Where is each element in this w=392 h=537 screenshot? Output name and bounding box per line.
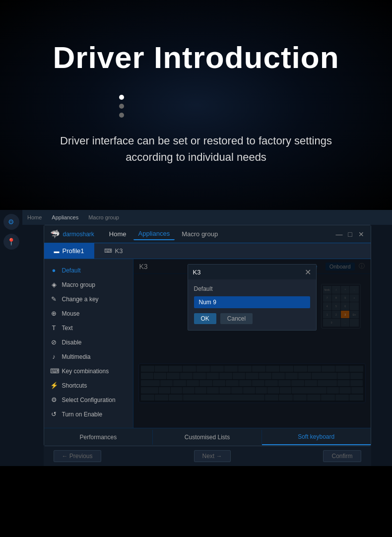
dot-1[interactable] — [119, 95, 124, 100]
sidebar-label-turn-on: Turn on Enable — [62, 411, 103, 418]
content-area: ● Default ◈ Macro group ✎ Change a key ⊕… — [44, 259, 371, 428]
modal-dialog: K3 ✕ Default OK Cancel — [188, 264, 317, 331]
sidebar-item-select-config[interactable]: ⚙ Select Configuration — [44, 393, 133, 407]
key-combinations-icon: ⌨ — [50, 367, 58, 375]
modal-body: Default OK Cancel — [188, 279, 316, 330]
modal-title: K3 — [193, 268, 201, 276]
default-icon: ● — [50, 267, 58, 274]
maximize-button[interactable]: □ — [347, 231, 354, 238]
tab-profile-label: Profile1 — [63, 247, 84, 255]
modal-label: Default — [194, 285, 310, 292]
bg-bar-appliances: Appliances — [52, 214, 78, 220]
main-panel: K3 APP mode Onboard ⓘ K3 ✕ — [133, 259, 371, 428]
macro-icon: ◈ — [50, 281, 58, 288]
modal-buttons: OK Cancel — [194, 313, 310, 324]
modal-title-bar: K3 ✕ — [188, 265, 316, 279]
disable-icon: ⊘ — [50, 338, 58, 346]
sidebar-label-default: Default — [62, 267, 81, 274]
app-window: 🦈 darmoshark Home Appliances Macro group… — [44, 225, 371, 446]
sidebar-item-disable[interactable]: ⊘ Disable — [44, 335, 133, 349]
sidebar-item-turn-on[interactable]: ↺ Turn on Enable — [44, 407, 133, 421]
sidebar-label-multimedia: Multimedia — [62, 353, 91, 360]
nav-home[interactable]: Home — [104, 228, 131, 240]
sidebar-item-key-combinations[interactable]: ⌨ Key combinations — [44, 364, 133, 378]
nav-appliances[interactable]: Appliances — [133, 228, 175, 240]
bg-bar-macro: Macro group — [88, 214, 119, 220]
turn-on-icon: ↺ — [50, 410, 58, 418]
sidebar-item-text[interactable]: T Text — [44, 321, 133, 335]
bottom-nav: ← Previous Next → Confirm — [44, 446, 371, 466]
sidebar: ● Default ◈ Macro group ✎ Change a key ⊕… — [44, 259, 133, 428]
multimedia-icon: ♪ — [50, 353, 58, 360]
ok-button[interactable]: OK — [194, 313, 216, 324]
bg-bar-home: Home — [27, 214, 42, 220]
sidebar-label-key-comb: Key combinations — [62, 368, 109, 375]
hero-description: Driver interface can be set or restored … — [52, 133, 340, 165]
modal-input[interactable] — [194, 296, 310, 308]
sidebar-label-mouse: Mouse — [62, 310, 80, 317]
close-button[interactable]: ✕ — [358, 231, 365, 238]
bottom-tab-soft-keyboard[interactable]: Soft keyboard — [262, 429, 371, 445]
title-nav: Home Appliances Macro group — [104, 228, 336, 240]
hero-section: Driver Introduction Driver interface can… — [0, 0, 392, 210]
tab-k3-icon: ⌨ — [104, 248, 112, 254]
bottom-tab-customised[interactable]: Customised Lists — [153, 430, 262, 445]
brand-name: darmoshark — [63, 231, 94, 238]
bottom-tab-performances[interactable]: Performances — [44, 430, 153, 445]
cancel-button[interactable]: Cancel — [220, 313, 253, 324]
sidebar-item-shortcuts[interactable]: ⚡ Shortcuts — [44, 378, 133, 393]
modal-close-button[interactable]: ✕ — [305, 268, 311, 277]
page-wrapper: Driver Introduction Driver interface can… — [0, 0, 392, 537]
sidebar-item-macro[interactable]: ◈ Macro group — [44, 277, 133, 292]
tab-k3-label: K3 — [115, 247, 123, 255]
title-bar: 🦈 darmoshark Home Appliances Macro group… — [44, 225, 371, 243]
dot-3[interactable] — [119, 113, 124, 118]
sidebar-label-shortcuts: Shortcuts — [62, 382, 87, 389]
window-controls: — □ ✕ — [336, 231, 365, 238]
sidebar-label-macro: Macro group — [62, 281, 95, 288]
sidebar-label-text: Text — [62, 325, 73, 332]
shortcuts-icon: ⚡ — [50, 382, 58, 389]
sidebar-label-disable: Disable — [62, 339, 82, 346]
logo-icon: 🦈 — [50, 229, 60, 239]
tab-profile1[interactable]: ▬ Profile1 — [44, 243, 94, 259]
app-section: ⚙ 📍 Home Appliances Macro group 🦈 darmos… — [0, 210, 392, 466]
left-strip: ⚙ 📍 — [0, 210, 22, 466]
strip-icon-2[interactable]: 📍 — [3, 234, 19, 250]
text-icon: T — [50, 324, 58, 332]
sidebar-label-change: Change a key — [62, 296, 99, 303]
mouse-icon: ⊕ — [50, 310, 58, 317]
strip-icon-1[interactable]: ⚙ — [3, 214, 19, 230]
tab-bar: ▬ Profile1 ⌨ K3 — [44, 243, 371, 259]
sidebar-item-default[interactable]: ● Default — [44, 263, 133, 277]
select-config-icon: ⚙ — [50, 396, 58, 403]
dot-2[interactable] — [119, 104, 124, 109]
hero-title: Driver Introduction — [20, 40, 372, 75]
bg-app-bar: Home Appliances Macro group — [22, 210, 392, 225]
slide-dots — [119, 95, 372, 118]
sidebar-item-multimedia[interactable]: ♪ Multimedia — [44, 349, 133, 364]
sidebar-item-mouse[interactable]: ⊕ Mouse — [44, 306, 133, 321]
prev-button[interactable]: ← Previous — [54, 450, 101, 462]
sidebar-label-config: Select Configuration — [62, 397, 116, 403]
tab-k3[interactable]: ⌨ K3 — [94, 243, 133, 259]
sidebar-item-change-key[interactable]: ✎ Change a key — [44, 292, 133, 306]
nav-macro[interactable]: Macro group — [177, 228, 223, 240]
confirm-button[interactable]: Confirm — [323, 450, 361, 462]
change-key-icon: ✎ — [50, 295, 58, 303]
next-button[interactable]: Next → — [194, 450, 231, 462]
minimize-button[interactable]: — — [336, 231, 343, 238]
modal-overlay: K3 ✕ Default OK Cancel — [133, 259, 371, 428]
tab-profile-icon: ▬ — [54, 248, 60, 254]
app-logo: 🦈 darmoshark — [50, 229, 94, 239]
bottom-tabs: Performances Customised Lists Soft keybo… — [44, 428, 371, 446]
